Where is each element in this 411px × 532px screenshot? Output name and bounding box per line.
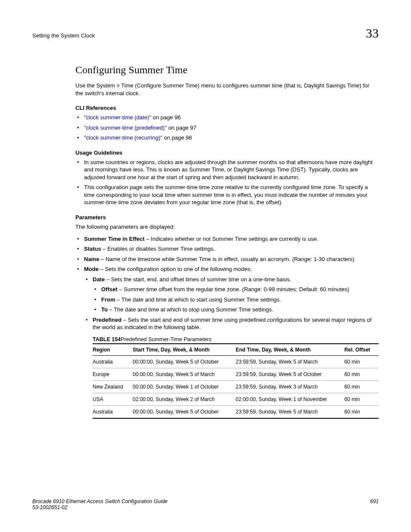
param-text: – Sets the start and end of summer time … xyxy=(93,317,371,331)
section-intro: Use the System > Time (Configure Summer … xyxy=(75,82,379,97)
param-label: Summer Time in Effect xyxy=(84,236,145,242)
cell-region: Australia xyxy=(93,356,133,368)
cell-end: 02:00:00, Sunday, Week 1 of November xyxy=(236,393,344,406)
list-item: Summer Time in Effect – Indicates whethe… xyxy=(75,235,379,243)
cell-offset: 60 min xyxy=(344,393,379,406)
list-item: Name – Name of the timezone while Summer… xyxy=(75,255,379,263)
cell-end: 23:59:59, Sunday, Week 5 of October xyxy=(236,368,344,381)
parameters-intro: The following parameters are displayed: xyxy=(75,223,379,231)
page-header: Setting the System Clock 33 xyxy=(32,26,379,40)
cell-start: 00:00:00, Sunday, Week 5 of October xyxy=(133,356,236,368)
table-row: Australia 00:00:00, Sunday, Week 5 of Oc… xyxy=(93,356,379,368)
param-text: – The date and time at which to start us… xyxy=(115,296,281,303)
list-item: From – The date and time at which to sta… xyxy=(93,296,379,304)
list-item: Offset – Summer time offset from the reg… xyxy=(93,286,379,293)
list-item: This configuration page sets the summer-… xyxy=(75,184,379,206)
param-text: – Sets the start, end, and offset times … xyxy=(105,276,291,283)
footer-left: Brocade 6910 Ethernet Access Switch Conf… xyxy=(32,498,168,510)
table-title: Predefined Summer-Time Parameters xyxy=(121,336,212,342)
cell-start: 00:00:00, Sunday, Week 1 of October xyxy=(133,381,236,393)
cell-end: 23:59:59, Sunday, Week 3 of March xyxy=(236,381,344,393)
table-caption: TABLE 154Predefined Summer-Time Paramete… xyxy=(93,336,379,342)
cli-references-heading: CLI References xyxy=(75,105,379,111)
param-text: – The date and time at which to stop usi… xyxy=(108,306,273,313)
param-label: Name xyxy=(84,256,99,262)
list-item: To – The date and time at which to stop … xyxy=(93,306,379,314)
cell-start: 00:00:00, Sunday, Week 5 of October xyxy=(133,406,236,419)
cell-start: 00:00:00, Sunday, Week 5 of March xyxy=(133,368,236,381)
xref-suffix: on page 97 xyxy=(167,124,196,131)
breadcrumb: Setting the System Clock xyxy=(32,32,95,39)
col-region: Region xyxy=(93,344,133,356)
footer-doc-number: 53-1002651-02 xyxy=(32,504,168,510)
cell-region: New Zealand xyxy=(93,381,133,393)
list-item: "clock summer-time (recurring)" on page … xyxy=(75,134,379,142)
table-row: USA 02:00:00, Sunday, Week 2 of March 02… xyxy=(93,393,379,406)
param-text: – Indicates whether or not Summer Time s… xyxy=(145,236,318,242)
cell-offset: 60 min xyxy=(344,356,379,368)
xref-suffix: on page 98 xyxy=(162,134,192,141)
cell-region: USA xyxy=(93,393,133,406)
param-label: Predefined xyxy=(93,317,121,323)
parameters-heading: Parameters xyxy=(75,214,379,221)
cell-end: 23:59:59, Sunday, Week 5 of March xyxy=(236,406,344,419)
list-item: "clock summer-time (predefined)" on page… xyxy=(75,124,379,132)
param-label: Date xyxy=(93,276,105,283)
param-text: – Summer time offset from the regular ti… xyxy=(118,286,349,292)
list-item: Predefined – Sets the start and end of s… xyxy=(84,316,379,331)
col-start: Start Time, Day, Week, & Month xyxy=(133,344,236,356)
xref-link[interactable]: "clock summer-time (predefined)" xyxy=(84,124,167,131)
col-offset: Rel. Offset xyxy=(344,344,379,356)
xref-suffix: on page 96 xyxy=(151,114,181,121)
param-label: To xyxy=(101,306,108,313)
param-label: Mode xyxy=(84,266,99,272)
cell-region: Europe xyxy=(93,368,133,381)
table-row: Europe 00:00:00, Sunday, Week 5 of March… xyxy=(93,368,379,381)
table-row: New Zealand 00:00:00, Sunday, Week 1 of … xyxy=(93,381,379,393)
footer-page-number: 691 xyxy=(370,498,379,510)
param-label: Offset xyxy=(101,286,118,292)
param-text: – Sets the configuration option to one o… xyxy=(99,266,252,272)
xref-link[interactable]: "clock summer-time (recurring)" xyxy=(84,134,162,141)
parameters-list: Summer Time in Effect – Indicates whethe… xyxy=(75,235,379,331)
param-text: – Enables or disables Summer Time settin… xyxy=(101,246,215,252)
cell-offset: 60 min xyxy=(344,406,379,419)
table-label: TABLE 154 xyxy=(93,336,121,342)
cell-offset: 60 min xyxy=(344,368,379,381)
usage-guidelines-heading: Usage Guidelines xyxy=(75,149,379,156)
cell-offset: 60 min xyxy=(344,381,379,393)
cell-start: 02:00:00, Sunday, Week 2 of March xyxy=(133,393,236,406)
cell-region: Australia xyxy=(93,406,133,419)
table-header-row: Region Start Time, Day, Week, & Month En… xyxy=(93,344,379,356)
list-item: Mode – Sets the configuration option to … xyxy=(75,265,379,331)
page-footer: Brocade 6910 Ethernet Access Switch Conf… xyxy=(32,498,379,510)
section-title: Configuring Summer Time xyxy=(75,64,379,76)
cell-end: 23:59:59, Sunday, Week 5 of March xyxy=(236,356,344,368)
xref-link[interactable]: "clock summer-time (date)" xyxy=(84,114,151,121)
col-end: End Time, Day, Week, & Month xyxy=(236,344,344,356)
chapter-number: 33 xyxy=(366,26,379,40)
usage-guidelines-list: In some countries or regions, clocks are… xyxy=(75,159,379,206)
param-label: From xyxy=(101,296,115,303)
param-label: Status xyxy=(84,246,101,252)
predefined-summer-time-table: Region Start Time, Day, Week, & Month En… xyxy=(93,343,379,419)
cli-references-list: "clock summer-time (date)" on page 96 "c… xyxy=(75,114,379,142)
table-row: Australia 00:00:00, Sunday, Week 5 of Oc… xyxy=(93,406,379,419)
list-item: In some countries or regions, clocks are… xyxy=(75,159,379,181)
list-item: Date – Sets the start, end, and offset t… xyxy=(84,276,379,314)
list-item: Status – Enables or disables Summer Time… xyxy=(75,245,379,253)
footer-doc-title: Brocade 6910 Ethernet Access Switch Conf… xyxy=(32,498,168,504)
param-text: – Name of the timezone while Summer Time… xyxy=(99,256,354,262)
list-item: "clock summer-time (date)" on page 96 xyxy=(75,114,379,121)
